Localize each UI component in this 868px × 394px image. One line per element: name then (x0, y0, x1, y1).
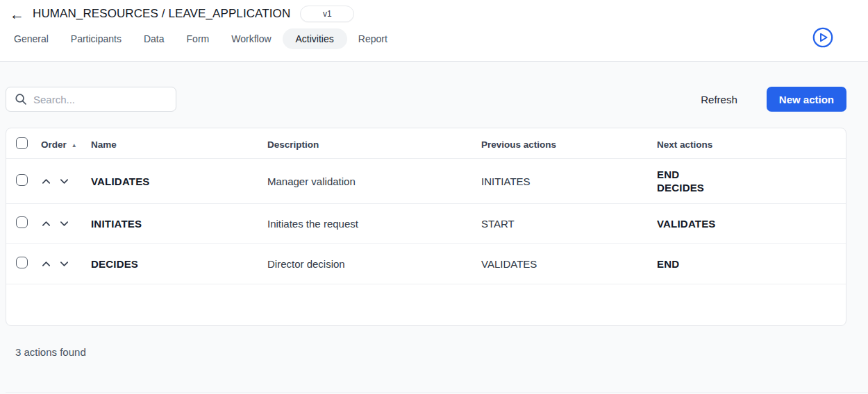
sort-ascending-icon: ▲ (72, 142, 77, 148)
next-actions: VALIDATES (657, 208, 846, 239)
next-actions: ENDDECIDES (657, 159, 846, 203)
page-title: HUMAN_RESOURCES / LEAVE_APPLICATION (33, 7, 290, 21)
chevron-up-icon (41, 176, 51, 187)
move-up-button[interactable] (41, 176, 51, 187)
column-header-next-actions[interactable]: Next actions (657, 139, 846, 150)
previous-actions: START (481, 208, 657, 239)
previous-actions: VALIDATES (481, 248, 657, 280)
app-header: ← HUMAN_RESOURCES / LEAVE_APPLICATION v1… (0, 0, 868, 62)
back-arrow-icon: ← (10, 6, 24, 22)
row-checkbox[interactable] (16, 216, 28, 228)
table-body: VALIDATESManager validationINITIATESENDD… (6, 158, 846, 284)
tab-workflow[interactable]: Workflow (220, 28, 282, 49)
new-action-button[interactable]: New action (767, 87, 846, 112)
tab-activities[interactable]: Activities (283, 28, 347, 49)
action-name: VALIDATES (91, 166, 267, 197)
move-down-button[interactable] (59, 176, 69, 187)
row-checkbox[interactable] (16, 257, 28, 268)
table-row: VALIDATESManager validationINITIATESENDD… (6, 158, 846, 203)
move-down-button[interactable] (59, 259, 69, 269)
column-header-name[interactable]: Name (91, 139, 267, 150)
tab-form[interactable]: Form (176, 28, 221, 49)
search-box[interactable] (6, 87, 176, 112)
action-name: DECIDES (91, 248, 267, 280)
chevron-down-icon (59, 259, 69, 269)
back-button[interactable]: ← (7, 7, 27, 22)
play-circle-icon (812, 40, 834, 51)
column-header-previous-actions[interactable]: Previous actions (481, 139, 657, 150)
toolbar-actions: Refresh New action (701, 87, 846, 112)
breadcrumb-bar: ← HUMAN_RESOURCES / LEAVE_APPLICATION v1 (0, 0, 868, 24)
action-name: INITIATES (91, 208, 267, 239)
action-description: Director decision (267, 248, 481, 280)
table-row: INITIATESInitiates the requestSTARTVALID… (6, 203, 846, 243)
tab-report[interactable]: Report (347, 28, 399, 49)
column-header-description[interactable]: Description (267, 139, 481, 150)
tab-data[interactable]: Data (133, 28, 176, 49)
table-header-row: Order▲ Name Description Previous actions… (6, 128, 846, 158)
previous-actions: INITIATES (481, 166, 657, 197)
chevron-up-icon (41, 219, 51, 229)
chevron-down-icon (59, 176, 69, 187)
chevron-down-icon (59, 219, 69, 229)
move-up-button[interactable] (41, 259, 51, 269)
action-description: Initiates the request (267, 208, 481, 239)
tab-bar: GeneralParticipantsDataFormWorkflowActiv… (0, 24, 868, 49)
run-button[interactable] (812, 26, 834, 49)
column-header-order[interactable]: Order▲ (41, 139, 91, 150)
tab-general[interactable]: General (3, 28, 60, 49)
actions-table: Order▲ Name Description Previous actions… (6, 128, 846, 326)
move-down-button[interactable] (59, 219, 69, 229)
next-actions: END (657, 248, 846, 280)
toolbar: Refresh New action (6, 62, 846, 112)
search-input[interactable] (33, 94, 167, 105)
select-all-checkbox[interactable] (16, 137, 28, 149)
search-icon (15, 93, 27, 105)
tab-participants[interactable]: Participants (60, 28, 133, 49)
activities-panel: Refresh New action Order▲ Name Descripti… (0, 62, 868, 394)
move-up-button[interactable] (41, 219, 51, 229)
results-count: 3 actions found (15, 346, 868, 358)
table-row: DECIDESDirector decisionVALIDATESEND (6, 243, 846, 284)
chevron-up-icon (41, 259, 51, 269)
version-badge[interactable]: v1 (300, 6, 354, 22)
refresh-button[interactable]: Refresh (701, 94, 737, 105)
row-checkbox[interactable] (16, 174, 28, 186)
table-empty-space (6, 284, 846, 325)
action-description: Manager validation (267, 166, 481, 197)
